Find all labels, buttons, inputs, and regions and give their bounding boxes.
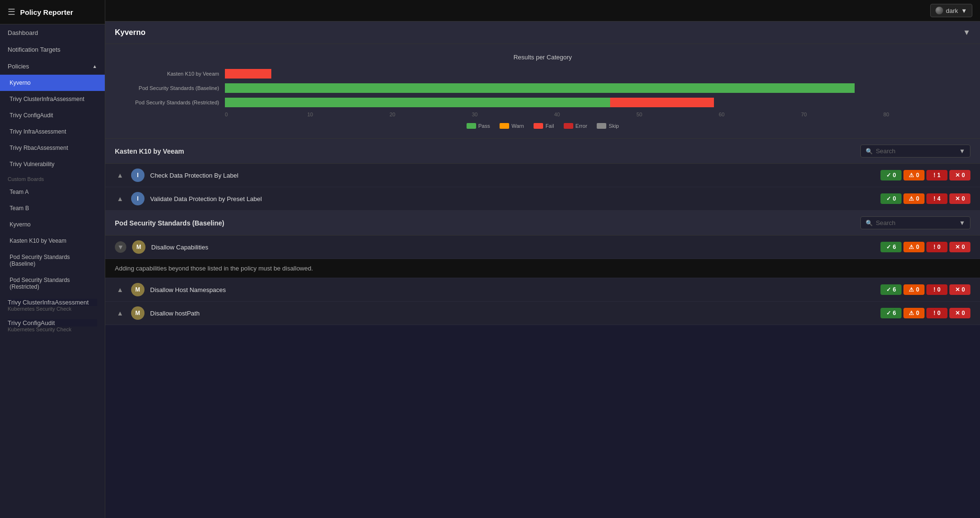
badge-error-1-1: ! 0 bbox=[926, 284, 947, 295]
theme-selector[interactable]: dark ▼ bbox=[930, 4, 972, 17]
legend-skip-color bbox=[597, 123, 606, 129]
error-count: 0 bbox=[937, 244, 941, 250]
status-badges-1-2: ✓ 6 ⚠ 0 ! 0 ✕ 0 bbox=[880, 308, 970, 318]
custom-board-pod-security-standards-(restricted)[interactable]: Pod Security Standards (Restricted) bbox=[0, 272, 105, 295]
app-header: ☰ Policy Reporter bbox=[0, 0, 105, 24]
search-box-1[interactable]: 🔍 ▼ bbox=[860, 216, 970, 229]
sidebar-item-trivy-configaudit[interactable]: Trivy ConfigAudit bbox=[0, 107, 105, 124]
search-input-1[interactable] bbox=[876, 219, 956, 226]
sidebar-item-trivy-vulnerability[interactable]: Trivy Vulnerability bbox=[0, 156, 105, 172]
status-badges-1-0: ✓ 6 ⚠ 0 ! 0 ✕ 0 bbox=[880, 242, 970, 252]
sidebar-item-kyverno[interactable]: Kyverno bbox=[0, 75, 105, 91]
badge-error-1-2: ! 0 bbox=[926, 308, 947, 318]
fail-count: 0 bbox=[962, 172, 965, 179]
warn-icon: ⚠ bbox=[909, 310, 914, 316]
warn-icon: ⚠ bbox=[909, 195, 914, 202]
chart-row-baseline: Pod Security Standards (Baseline) bbox=[120, 83, 966, 93]
policy-avatar-1-2: M bbox=[131, 306, 145, 320]
badge-warn-1-0: ⚠ 0 bbox=[903, 242, 924, 252]
search-box-0[interactable]: 🔍 ▼ bbox=[860, 145, 970, 158]
sidebar-two-line-trivy-clusterinfraassessment[interactable]: Trivy ClusterInfraAssessmentKubernetes S… bbox=[0, 295, 105, 315]
sidebar-item-notification-targets[interactable]: Notification Targets bbox=[0, 41, 105, 58]
badge-fail-0-1: ✕ 0 bbox=[949, 193, 970, 204]
pass-count: 6 bbox=[893, 310, 896, 316]
legend-warn: Warn bbox=[500, 123, 524, 129]
pass-count: 0 bbox=[893, 172, 896, 179]
error-icon: ! bbox=[934, 244, 935, 250]
policy-toggle-0-1[interactable]: ▲ bbox=[115, 194, 125, 203]
sidebar-item-trivy-rbacassessment[interactable]: Trivy RbacAssessment bbox=[0, 140, 105, 156]
badge-fail-1-1: ✕ 0 bbox=[949, 284, 970, 295]
legend-error-label: Error bbox=[576, 123, 587, 129]
axis-20: 20 bbox=[390, 112, 472, 117]
error-count: 1 bbox=[937, 172, 941, 179]
policy-toggle-1-1[interactable]: ▲ bbox=[115, 285, 125, 294]
badge-error-0-0: ! 1 bbox=[926, 170, 947, 180]
chart-bars-baseline bbox=[225, 83, 966, 93]
kyverno-section-header[interactable]: Kyverno ▼ bbox=[105, 22, 980, 44]
badge-pass-0-0: ✓ 0 bbox=[880, 170, 902, 180]
warn-count: 0 bbox=[916, 195, 919, 202]
badge-warn-1-1: ⚠ 0 bbox=[903, 284, 924, 295]
sidebar-item-trivy-infraassessment[interactable]: Trivy InfraAssessment bbox=[0, 124, 105, 140]
axis-80: 80 bbox=[883, 112, 966, 117]
search-input-0[interactable] bbox=[876, 147, 956, 155]
error-icon: ! bbox=[934, 172, 935, 179]
policy-toggle-1-0[interactable]: ▼ bbox=[115, 241, 126, 253]
warn-count: 0 bbox=[916, 310, 919, 316]
status-badges-0-0: ✓ 0 ⚠ 0 ! 1 ✕ 0 bbox=[880, 170, 970, 180]
bar-fail-restricted bbox=[610, 98, 714, 107]
badge-error-1-0: ! 0 bbox=[926, 242, 947, 252]
pass-icon: ✓ bbox=[886, 195, 891, 202]
fail-icon: ✕ bbox=[955, 244, 960, 250]
fail-count: 0 bbox=[962, 244, 965, 250]
policy-toggle-1-2[interactable]: ▲ bbox=[115, 308, 125, 318]
legend-fail-color bbox=[534, 123, 543, 129]
sidebar-item-dashboard[interactable]: Dashboard bbox=[0, 24, 105, 41]
warn-icon: ⚠ bbox=[909, 172, 914, 179]
legend-pass-label: Pass bbox=[479, 123, 490, 129]
error-count: 4 bbox=[937, 195, 941, 202]
policy-group-title-1: Pod Security Standards (Baseline) bbox=[115, 219, 224, 227]
pass-icon: ✓ bbox=[886, 310, 891, 316]
custom-boards-label: Custom Boards bbox=[0, 172, 105, 184]
policy-group-title-0: Kasten K10 by Veeam bbox=[115, 147, 184, 155]
badge-warn-0-1: ⚠ 0 bbox=[903, 193, 924, 204]
sidebar-two-line-trivy-configaudit[interactable]: Trivy ConfigAuditKubernetes Security Che… bbox=[0, 315, 105, 336]
error-icon: ! bbox=[934, 195, 935, 202]
app-title: Policy Reporter bbox=[20, 8, 73, 16]
search-expand-icon-0[interactable]: ▼ bbox=[959, 147, 965, 155]
error-count: 0 bbox=[937, 286, 941, 293]
legend-pass-color bbox=[467, 123, 476, 129]
policy-row-1-2: ▲ M Disallow hostPath ✓ 6 ⚠ 0 ! 0 ✕ 0 bbox=[105, 302, 980, 325]
warn-icon: ⚠ bbox=[909, 286, 914, 293]
policy-description-1-0: Adding capabilities beyond those listed … bbox=[105, 259, 980, 278]
policy-name-0-1: Validate Data Protection by Preset Label bbox=[150, 195, 875, 203]
badge-pass-1-1: ✓ 6 bbox=[880, 284, 902, 295]
policy-avatar-0-0: I bbox=[131, 169, 145, 182]
custom-board-team-a[interactable]: Team A bbox=[0, 184, 105, 200]
legend-skip: Skip bbox=[597, 123, 619, 129]
custom-board-team-b[interactable]: Team B bbox=[0, 200, 105, 216]
policy-toggle-0-0[interactable]: ▲ bbox=[115, 170, 125, 180]
custom-board-kasten-k10-by-veeam[interactable]: Kasten K10 by Veeam bbox=[0, 233, 105, 249]
custom-board-kyverno[interactable]: Kyverno bbox=[0, 216, 105, 233]
two-line-list: Trivy ClusterInfraAssessmentKubernetes S… bbox=[0, 295, 105, 336]
bar-fail-kasten bbox=[225, 69, 271, 79]
axis-50: 50 bbox=[636, 112, 719, 117]
legend-error-color bbox=[564, 123, 573, 129]
search-expand-icon-1[interactable]: ▼ bbox=[959, 219, 965, 226]
search-icon-0: 🔍 bbox=[866, 148, 873, 155]
theme-chevron-icon: ▼ bbox=[961, 7, 967, 14]
chart-bars-kasten bbox=[225, 68, 966, 79]
theme-label: dark bbox=[946, 7, 958, 14]
hamburger-icon[interactable]: ☰ bbox=[8, 7, 15, 17]
policy-group-header-1: Pod Security Standards (Baseline) 🔍 ▼ bbox=[105, 211, 980, 236]
policies-label: Policies bbox=[8, 63, 29, 70]
kyverno-collapse-icon[interactable]: ▼ bbox=[963, 28, 970, 37]
custom-board-pod-security-standards-(baseline)[interactable]: Pod Security Standards (Baseline) bbox=[0, 249, 105, 272]
sidebar-item-trivy-clusterinfraassessment[interactable]: Trivy ClusterInfraAssessment bbox=[0, 91, 105, 107]
sidebar-item-policies[interactable]: Policies ▲ bbox=[0, 58, 105, 75]
error-icon: ! bbox=[934, 310, 935, 316]
policy-row-0-0: ▲ I Check Data Protection By Label ✓ 0 ⚠… bbox=[105, 164, 980, 187]
